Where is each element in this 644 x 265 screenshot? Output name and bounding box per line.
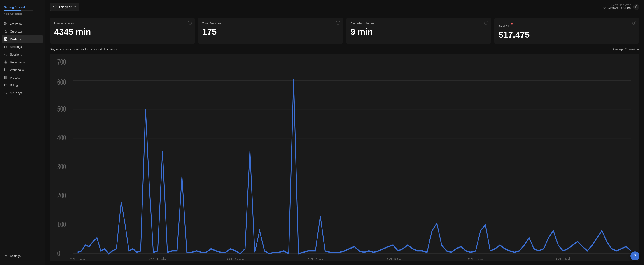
sidebar-item-label: Meetings [10, 45, 22, 48]
sidebar-item-meetings[interactable]: Meetings [2, 43, 43, 50]
key-icon [4, 91, 8, 94]
svg-rect-9 [4, 46, 6, 48]
sidebar-item-label: Overview [10, 22, 22, 26]
svg-marker-4 [4, 30, 8, 33]
video-icon [4, 45, 8, 48]
dashboard-icon [4, 37, 8, 41]
webhook-icon [4, 68, 8, 72]
getting-started-section: Getting Started Next: Get started [0, 4, 45, 18]
progress-bar-fill [4, 10, 21, 11]
timer-icon [53, 5, 57, 9]
stat-card-usage-minutes: Usage minutes 4345 min i [50, 18, 195, 44]
star-icon [4, 30, 8, 33]
sidebar-item-presets[interactable]: Presets [2, 74, 43, 81]
sidebar-item-billing[interactable]: Billing [2, 81, 43, 89]
last-updated-label: LAST UPDATED [603, 4, 631, 6]
sidebar-item-label: Sessions [10, 53, 22, 56]
clock-icon [4, 52, 8, 56]
info-icon[interactable]: i [484, 21, 488, 25]
sidebar-item-sessions[interactable]: Sessions [2, 50, 43, 58]
svg-text:500: 500 [57, 104, 66, 113]
svg-rect-16 [4, 78, 8, 78]
progress-bar-background [4, 10, 33, 11]
svg-text:0: 0 [57, 249, 60, 258]
sidebar-item-label: Quickstart [10, 30, 23, 33]
svg-text:600: 600 [57, 78, 66, 86]
chart-title: Day wise usage mins for the selected dat… [50, 48, 118, 51]
svg-text:01 Jan: 01 Jan [70, 256, 86, 260]
refresh-button[interactable] [633, 4, 640, 10]
stat-value: 9 min [350, 27, 487, 37]
last-updated-info: LAST UPDATED 06 Jul 2023 03:01 PM [603, 4, 631, 10]
stat-label: Recorded minutes [350, 22, 487, 25]
svg-rect-14 [4, 76, 8, 77]
sidebar-item-label: Dashboard [10, 38, 24, 41]
help-button[interactable]: ? [630, 252, 640, 260]
sidebar-item-label: Settings [10, 254, 20, 258]
sidebar-item-settings[interactable]: Settings [2, 252, 43, 260]
sidebar-item-api-keys[interactable]: API Keys [2, 89, 43, 96]
stat-cards-grid: Usage minutes 4345 min i Total Sessions … [45, 14, 644, 48]
svg-text:400: 400 [57, 133, 66, 142]
grid-icon [4, 22, 8, 26]
stat-value: 4345 min [54, 27, 190, 37]
svg-rect-2 [4, 24, 6, 25]
svg-point-12 [6, 62, 6, 63]
info-icon[interactable]: i [632, 21, 636, 25]
svg-text:01 Apr: 01 Apr [308, 256, 323, 260]
info-icon[interactable]: i [188, 21, 192, 25]
svg-rect-15 [4, 77, 8, 78]
svg-text:01 Mar: 01 Mar [227, 256, 244, 260]
date-filter-label: This year [58, 5, 72, 9]
svg-text:01 Jun: 01 Jun [468, 256, 484, 260]
sidebar-item-webhooks[interactable]: Webhooks [2, 66, 43, 74]
sidebar-item-quickstart[interactable]: Quickstart [2, 28, 43, 35]
svg-text:01 Feb: 01 Feb [149, 256, 166, 260]
sidebar-item-overview[interactable]: Overview [2, 20, 43, 28]
getting-started-next: Next: Get started [4, 12, 41, 15]
svg-rect-18 [5, 85, 6, 86]
svg-rect-7 [6, 38, 8, 38]
stat-value: $17.475 [498, 30, 635, 40]
stat-card-recorded-minutes: Recorded minutes 9 min i [346, 18, 491, 44]
sidebar-item-recordings[interactable]: Recordings [2, 58, 43, 66]
chart-container: 0 100 200 300 400 500 600 700 01 Jan 01 … [50, 54, 640, 262]
svg-point-20 [6, 255, 6, 256]
stat-label: Total Bill * [498, 22, 635, 28]
svg-text:200: 200 [57, 191, 66, 200]
svg-rect-6 [6, 39, 8, 41]
sidebar: Getting Started Next: Get started Overvi… [0, 0, 45, 265]
svg-rect-1 [6, 22, 8, 24]
last-updated-value: 06 Jul 2023 03:01 PM [603, 6, 631, 10]
sidebar-item-label: Webhooks [10, 68, 24, 72]
svg-rect-0 [4, 22, 6, 24]
svg-rect-17 [4, 84, 8, 86]
getting-started-title[interactable]: Getting Started [4, 6, 41, 9]
sidebar-item-dashboard[interactable]: Dashboard [2, 35, 43, 43]
stat-card-total-sessions: Total Sessions 175 i [198, 18, 343, 44]
date-filter-button[interactable]: This year [50, 3, 80, 11]
svg-rect-5 [4, 38, 6, 40]
sidebar-item-label: Presets [10, 76, 20, 79]
sidebar-bottom: Settings [0, 250, 45, 262]
svg-text:700: 700 [57, 57, 66, 66]
main-content: This year LAST UPDATED 06 Jul 2023 03:01… [45, 0, 644, 265]
info-icon[interactable]: i [336, 21, 340, 25]
sidebar-item-label: Recordings [10, 60, 25, 64]
stat-label: Usage minutes [54, 22, 190, 25]
svg-text:01 May: 01 May [387, 256, 404, 260]
sidebar-nav: Overview Quickstart Dashboard [0, 20, 45, 248]
billing-icon [4, 83, 8, 87]
chart-section: Day wise usage mins for the selected dat… [45, 48, 644, 265]
usage-chart: 0 100 200 300 400 500 600 700 01 Jan 01 … [53, 57, 636, 260]
chart-average: Average: 24 min/day [612, 48, 640, 51]
svg-text:01 Jul: 01 Jul [556, 256, 570, 260]
gear-icon [4, 254, 8, 258]
svg-point-11 [4, 61, 7, 64]
stat-label: Total Sessions [202, 22, 339, 25]
stat-value: 175 [202, 27, 339, 37]
svg-text:300: 300 [57, 162, 66, 171]
chart-header: Day wise usage mins for the selected dat… [50, 48, 640, 51]
svg-text:100: 100 [57, 220, 66, 229]
svg-rect-3 [6, 24, 8, 25]
